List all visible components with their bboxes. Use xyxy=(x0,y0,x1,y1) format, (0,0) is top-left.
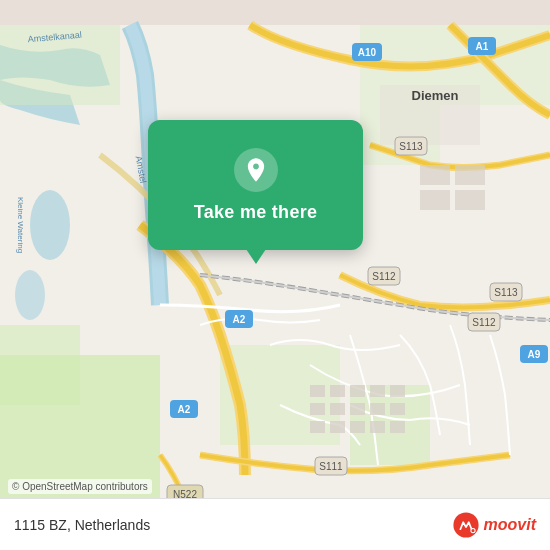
moovit-logo: moovit xyxy=(452,511,536,539)
svg-rect-39 xyxy=(350,385,365,397)
svg-rect-50 xyxy=(370,421,385,433)
svg-point-1 xyxy=(30,190,70,260)
svg-rect-55 xyxy=(455,190,485,210)
location-pin-icon xyxy=(242,156,270,184)
svg-point-56 xyxy=(453,512,478,537)
svg-rect-52 xyxy=(420,165,450,185)
take-me-there-button[interactable]: Take me there xyxy=(194,202,318,223)
svg-text:A2: A2 xyxy=(233,314,246,325)
svg-text:S113: S113 xyxy=(494,287,518,298)
svg-text:S112: S112 xyxy=(472,317,496,328)
svg-text:A1: A1 xyxy=(476,41,489,52)
svg-rect-38 xyxy=(330,385,345,397)
address-label: 1115 BZ, Netherlands xyxy=(14,517,150,533)
moovit-text: moovit xyxy=(484,516,536,534)
svg-text:A10: A10 xyxy=(358,47,377,58)
location-icon-wrapper xyxy=(234,148,278,192)
svg-rect-47 xyxy=(390,385,405,397)
svg-rect-40 xyxy=(310,403,325,415)
moovit-icon xyxy=(452,511,480,539)
svg-point-2 xyxy=(15,270,45,320)
svg-text:S113: S113 xyxy=(399,141,423,152)
svg-rect-46 xyxy=(370,385,385,397)
svg-rect-53 xyxy=(455,165,485,185)
svg-text:A2: A2 xyxy=(178,404,191,415)
map-background: A10 A1 A2 A2 S113 S113 S112 S112 S111 N5… xyxy=(0,0,550,550)
map-container: A10 A1 A2 A2 S113 S113 S112 S112 S111 N5… xyxy=(0,0,550,550)
svg-text:Kleine Watering: Kleine Watering xyxy=(16,197,25,253)
svg-rect-37 xyxy=(310,385,325,397)
svg-rect-44 xyxy=(330,421,345,433)
svg-rect-51 xyxy=(390,421,405,433)
svg-rect-41 xyxy=(330,403,345,415)
osm-attribution: © OpenStreetMap contributors xyxy=(8,479,152,494)
svg-text:S111: S111 xyxy=(319,461,343,472)
svg-rect-45 xyxy=(350,421,365,433)
bottom-bar: 1115 BZ, Netherlands moovit xyxy=(0,498,550,550)
svg-text:Diemen: Diemen xyxy=(412,88,459,103)
popup-card: Take me there xyxy=(148,120,363,250)
svg-rect-4 xyxy=(0,325,80,405)
svg-rect-48 xyxy=(370,403,385,415)
svg-point-57 xyxy=(470,528,474,532)
svg-text:A9: A9 xyxy=(528,349,541,360)
svg-text:S112: S112 xyxy=(372,271,396,282)
svg-rect-43 xyxy=(310,421,325,433)
svg-rect-42 xyxy=(350,403,365,415)
svg-rect-54 xyxy=(420,190,450,210)
svg-rect-49 xyxy=(390,403,405,415)
